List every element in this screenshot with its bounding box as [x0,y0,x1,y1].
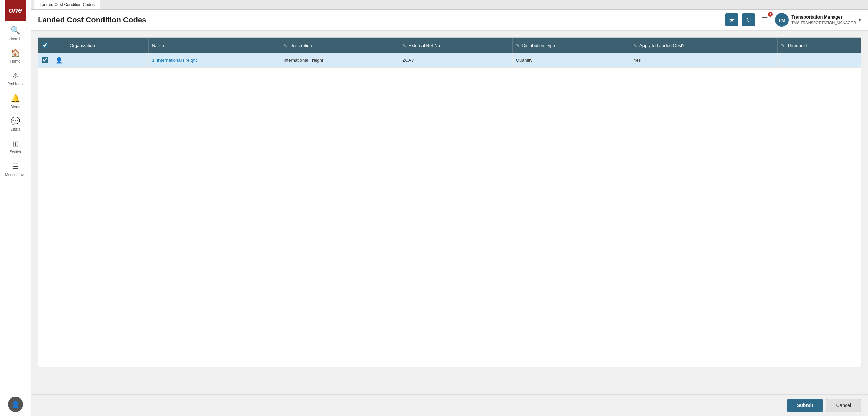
switch-icon: ⊞ [12,139,19,148]
footer: Submit Cancel [31,394,868,416]
row-external-ref-no: ZCA7 [399,53,512,68]
threshold-label: Threshold [787,43,807,48]
sidebar-item-alerts[interactable]: 🔔 Alerts [0,90,31,113]
sidebar-item-label-chats: Chats [10,127,20,131]
person-icon: 👤 [56,57,63,63]
dropdown-arrow-icon: ▾ [859,17,861,23]
user-role: TMS.TRANSPORTATION_MANAGER [791,20,856,25]
sidebar-item-label-menus: Menus/Favs [5,172,26,177]
row-threshold [778,53,861,68]
sidebar-item-label-switch: Switch [10,150,21,154]
table-row: 👤 1. International Freight International… [38,53,861,68]
distribution-edit-icon: ✎ [516,43,519,48]
submit-button[interactable]: Submit [787,399,823,412]
user-name: Transportation Manager [791,14,856,20]
home-icon: 🏠 [11,49,20,58]
name-label: Name [152,43,164,48]
header-threshold: ✎ Threshold [778,38,861,53]
header-actions: ★ ↻ ☰ 1 TM Transportation Manager TMS.TR… [725,13,861,27]
page-title: Landed Cost Condition Codes [38,15,725,24]
page-header: Landed Cost Condition Codes ★ ↻ ☰ 1 TM T… [31,10,868,31]
row-organization [66,53,149,68]
avatar-icon: 👤 [12,401,19,408]
logo-text: one [9,6,22,15]
notification-wrapper: ☰ 1 [758,13,771,26]
select-all-checkbox[interactable] [42,42,48,48]
threshold-edit-icon: ✎ [781,43,784,48]
problems-icon: ⚠ [12,71,19,80]
sidebar-item-switch[interactable]: ⊞ Switch [0,135,31,158]
distribution-type-label: Distribution Type [522,43,555,48]
header-description: ✎ Description [280,38,399,53]
favorite-button[interactable]: ★ [725,13,738,26]
menus-icon: ☰ [12,162,19,171]
header-name: Name [149,38,280,53]
sidebar-item-label-problems: Problems [7,82,23,86]
tab-landed-cost[interactable]: Landed Cost Condition Codes [34,0,100,9]
sidebar-item-problems[interactable]: ⚠ Problems [0,67,31,90]
notification-badge: 1 [768,12,773,17]
cancel-button[interactable]: Cancel [826,399,861,412]
sidebar-item-home[interactable]: 🏠 Home [0,45,31,67]
data-table: Organization Name ✎ Description ✎ Extern… [38,38,861,68]
app-logo: one [5,0,26,21]
content-area: Organization Name ✎ Description ✎ Extern… [31,31,868,394]
search-icon: 🔍 [11,26,20,35]
header-apply-to-landed-cost: ✎ Apply to Landed Cost? [630,38,778,53]
row-distribution-type: Quantity [512,53,630,68]
external-ref-edit-icon: ✎ [403,43,406,48]
organization-label: Organization [70,43,95,48]
header-organization: Organization [66,38,149,53]
description-edit-icon: ✎ [284,43,287,48]
distribution-type-value: Quantity [516,58,532,63]
sidebar-item-label-alerts: Alerts [10,104,20,109]
tab-bar: Landed Cost Condition Codes [31,0,868,10]
refresh-button[interactable]: ↻ [742,13,755,26]
user-avatar: TM [775,13,789,27]
apply-to-landed-cost-value: Yes [634,58,641,63]
apply-to-landed-cost-label: Apply to Landed Cost? [639,43,685,48]
chats-icon: 💬 [11,117,20,126]
table-header-row: Organization Name ✎ Description ✎ Extern… [38,38,861,53]
description-value: International Freight [284,58,323,63]
row-person-cell: 👤 [52,53,66,68]
description-label: Description [289,43,312,48]
sidebar: one 🔍 Search 🏠 Home ⚠ Problems 🔔 Alerts … [0,0,31,416]
header-person-col [52,38,66,53]
external-ref-no-label: External Ref No [408,43,440,48]
alerts-icon: 🔔 [11,94,20,103]
user-details: Transportation Manager TMS.TRANSPORTATIO… [791,14,856,25]
sidebar-item-chats[interactable]: 💬 Chats [0,113,31,135]
header-external-ref-no: ✎ External Ref No [399,38,512,53]
apply-edit-icon: ✎ [634,43,637,48]
sidebar-item-search[interactable]: 🔍 Search [0,22,31,45]
sidebar-item-menus[interactable]: ☰ Menus/Favs [0,158,31,181]
sidebar-item-label-home: Home [10,59,20,63]
header-distribution-type: ✎ Distribution Type [512,38,630,53]
row-name: 1. International Freight [149,53,280,68]
external-ref-no-value: ZCA7 [403,58,414,63]
row-description: International Freight [280,53,399,68]
user-info[interactable]: TM Transportation Manager TMS.TRANSPORTA… [775,13,861,27]
sidebar-item-label-search: Search [9,36,21,41]
header-checkbox-col [38,38,52,53]
user-avatar-sidebar[interactable]: 👤 [8,397,23,412]
row-checkbox-cell [38,53,52,68]
table-card: Organization Name ✎ Description ✎ Extern… [38,37,861,367]
row-checkbox[interactable] [42,57,48,63]
main-area: Landed Cost Condition Codes Landed Cost … [31,0,868,416]
row-apply-to-landed-cost: Yes [630,53,778,68]
name-link[interactable]: 1. International Freight [152,58,197,63]
